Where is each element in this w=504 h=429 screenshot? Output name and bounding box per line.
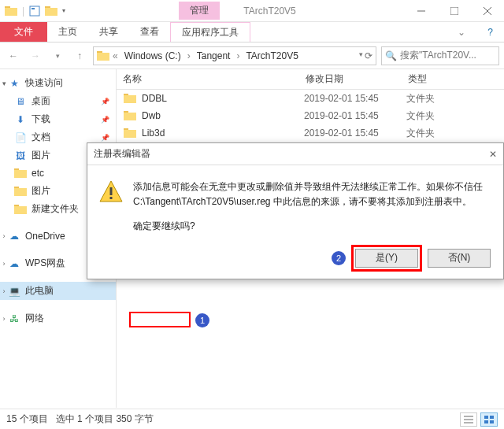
svg-rect-7: [450, 7, 458, 15]
breadcrumb-overflow[interactable]: «: [111, 50, 120, 61]
file-name: Dwb: [142, 110, 304, 121]
svg-rect-2: [30, 6, 39, 16]
svg-rect-1: [5, 8, 17, 16]
status-bar: 15 个项目 选中 1 个项目 350 字节: [0, 409, 504, 429]
dialog-yes-button[interactable]: 是(Y): [355, 249, 418, 268]
pc-icon: 💻: [8, 285, 20, 298]
file-row[interactable]: DDBL2019-02-01 15:45文件夹: [117, 90, 504, 107]
file-date: 2019-02-01 15:45: [304, 110, 406, 121]
folder-icon: [5, 6, 17, 17]
column-headers: 名称 修改日期 类型: [117, 69, 504, 90]
ribbon-context-title: 管理: [179, 2, 220, 20]
svg-rect-5: [45, 8, 57, 16]
svg-rect-40: [110, 187, 113, 195]
tab-view[interactable]: 查看: [129, 22, 170, 42]
svg-rect-13: [14, 170, 27, 178]
qat-divider: |: [22, 6, 24, 17]
view-details-button[interactable]: [460, 412, 477, 427]
tab-share[interactable]: 共享: [88, 22, 129, 42]
qat-dropdown-icon[interactable]: ▾: [62, 7, 65, 14]
svg-rect-19: [124, 95, 136, 103]
dialog-no-button[interactable]: 否(N): [428, 249, 491, 268]
refresh-icon[interactable]: ⟳: [365, 50, 372, 61]
address-bar[interactable]: « Windows (C:) › Tangent › TArchT20V5 ▾ …: [93, 46, 376, 65]
registry-dialog: 注册表编辑器 ✕ 添加信息可能会在无意中更改或删除值并导致组件无法继续正常工作。…: [87, 142, 504, 279]
svg-rect-15: [14, 188, 27, 196]
chevron-right-icon[interactable]: ›: [186, 50, 192, 61]
tab-file[interactable]: 文件: [0, 22, 47, 42]
warning-icon: [98, 179, 124, 205]
chevron-right-icon[interactable]: ›: [235, 50, 241, 61]
folder-icon: [14, 203, 27, 216]
folder-icon: [123, 111, 137, 120]
col-date[interactable]: 修改日期: [306, 72, 408, 86]
sidebar-item-desktop[interactable]: 🖥桌面📌: [0, 92, 116, 110]
tab-app-tools[interactable]: 应用程序工具: [170, 22, 250, 42]
search-icon: 🔍: [385, 50, 397, 61]
pin-icon: 📌: [101, 98, 109, 105]
col-type[interactable]: 类型: [408, 72, 471, 86]
qat-properties-icon[interactable]: [29, 6, 40, 17]
svg-rect-11: [97, 53, 109, 61]
file-name: DDBL: [142, 93, 304, 104]
file-row[interactable]: Lib3d2019-02-01 15:45文件夹: [117, 124, 504, 142]
titlebar: | ▾ 管理 TArchT20V5: [0, 0, 504, 22]
pin-icon: 📌: [101, 134, 109, 142]
minimize-button[interactable]: [405, 0, 438, 22]
svg-rect-37: [484, 420, 488, 423]
sidebar-quickaccess[interactable]: ▾★快速访问: [0, 74, 116, 92]
dialog-title-bar[interactable]: 注册表编辑器 ✕: [87, 143, 503, 165]
file-name: Lib3d: [142, 128, 304, 139]
nav-recent-dropdown[interactable]: ▾: [49, 47, 66, 65]
nav-back-button[interactable]: ←: [5, 47, 22, 65]
breadcrumb-item[interactable]: TArchT20V5: [243, 50, 301, 61]
view-icons-button[interactable]: [480, 412, 498, 427]
folder-icon: [14, 167, 27, 179]
dialog-question: 确定要继续吗?: [133, 219, 492, 234]
address-dropdown-icon[interactable]: ▾: [359, 50, 363, 61]
cloud-icon: ☁: [8, 230, 20, 242]
pin-icon: 📌: [101, 116, 109, 124]
dialog-close-button[interactable]: ✕: [489, 149, 497, 160]
desktop-icon: 🖥: [14, 95, 27, 108]
ribbon-help-icon[interactable]: ?: [476, 22, 504, 42]
folder-icon: [97, 50, 109, 61]
svg-rect-38: [490, 420, 494, 423]
window-title: TArchT20V5: [243, 6, 295, 17]
dialog-message: 添加信息可能会在无意中更改或删除值并导致组件无法继续正常工作。如果你不信任 C:…: [133, 179, 492, 209]
status-item-count: 15 个项目: [6, 412, 48, 426]
picture-icon: 🖼: [14, 150, 27, 162]
address-row: ← → ▾ ↑ « Windows (C:) › Tangent › TArch…: [0, 43, 504, 69]
sidebar-item-downloads[interactable]: ⬇下载📌: [0, 110, 116, 128]
sidebar-network[interactable]: ›🖧网络: [0, 309, 116, 327]
svg-rect-41: [110, 197, 113, 199]
status-selection: 选中 1 个项目 350 字节: [56, 412, 154, 426]
folder-icon: [14, 185, 27, 198]
network-icon: 🖧: [8, 313, 20, 325]
file-type: 文件夹: [406, 92, 435, 105]
document-icon: 📄: [14, 131, 27, 144]
annotation-badge-2: 2: [332, 251, 346, 265]
nav-up-button[interactable]: ↑: [71, 47, 88, 65]
folder-icon: [123, 94, 137, 103]
breadcrumb-item[interactable]: Windows (C:): [121, 50, 184, 61]
nav-forward-button[interactable]: →: [27, 47, 44, 65]
file-row[interactable]: Dwb2019-02-01 15:45文件夹: [117, 107, 504, 124]
tab-home[interactable]: 主页: [47, 22, 88, 42]
col-name[interactable]: 名称: [117, 72, 306, 86]
svg-rect-35: [484, 416, 488, 419]
star-icon: ★: [8, 77, 20, 90]
file-type: 文件夹: [406, 127, 435, 140]
sidebar-thispc[interactable]: ›💻此电脑: [0, 282, 116, 300]
ribbon-expand-icon[interactable]: ⌄: [447, 22, 476, 42]
breadcrumb-item[interactable]: Tangent: [194, 50, 234, 61]
maximize-button[interactable]: [438, 0, 471, 22]
qat-newfolder-icon[interactable]: [45, 6, 57, 17]
ribbon-tabs: 文件 主页 共享 查看 应用程序工具 ⌄ ?: [0, 22, 504, 43]
search-input[interactable]: 🔍 搜索"TArchT20V...: [381, 46, 499, 65]
search-placeholder: 搜索"TArchT20V...: [400, 49, 476, 62]
close-button[interactable]: [471, 0, 504, 22]
svg-rect-3: [32, 8, 35, 9]
dialog-title: 注册表编辑器: [94, 147, 150, 161]
svg-rect-17: [14, 206, 27, 214]
